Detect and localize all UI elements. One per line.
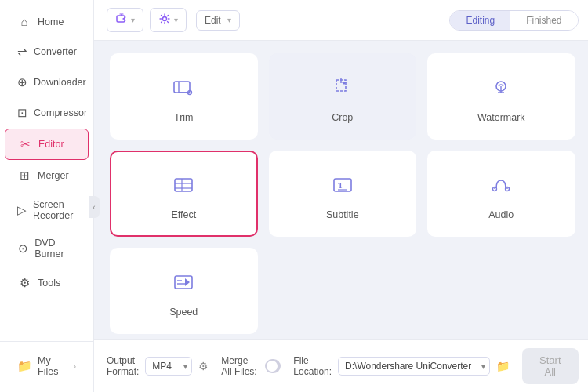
watermark-icon [488,75,514,104]
sidebar-bottom: 📁 My Files › [0,341,93,386]
subtitle-icon: T [330,172,355,201]
svg-rect-2 [174,82,190,93]
merge-toggle[interactable] [265,359,281,373]
file-location-select[interactable]: D:\Wondershare UniConverter [338,357,490,376]
grid-item-speed[interactable]: Speed [110,248,258,334]
audio-icon [488,172,514,201]
edit-chevron: ▾ [227,16,231,24]
output-format-label: Output Format: [107,355,139,377]
dvd-burner-icon: ⊙ [17,241,28,256]
grid-area: Trim Crop [94,41,588,339]
crop-label: Crop [332,112,353,123]
sidebar-item-home[interactable]: ⌂Home [5,7,89,36]
myfiles-chevron: › [74,362,76,371]
sidebar-item-downloader[interactable]: ⊕Downloader [5,67,89,97]
trim-icon [171,75,196,104]
merger-label: Merger [38,170,69,181]
grid-item-effect[interactable]: Effect [110,151,258,237]
tools-icon: ⚙ [17,276,31,290]
effect-label: Effect [171,209,196,220]
dvd-burner-label: DVD Burner [34,238,76,260]
edit-select[interactable]: Edit ▾ [196,10,240,31]
grid-item-audio[interactable]: Audio [427,151,575,237]
add-chevron: ▾ [131,16,135,24]
output-format-select-wrap: MP4 MKV AVI MOV [145,357,192,376]
watermark-label: Watermark [477,112,525,123]
myfiles-icon: 📁 [17,359,31,373]
audio-label: Audio [488,209,514,220]
tab-finished[interactable]: Finished [510,11,577,30]
merger-icon: ⊞ [17,169,31,183]
screen-recorder-label: Screen Recorder [33,199,76,221]
sidebar-item-editor[interactable]: ✂Editor [5,129,89,160]
merge-label: Merge All Files: [221,355,259,377]
file-location-folder-icon[interactable]: 📁 [496,360,510,372]
toolbar-tabs: Editing Finished [449,10,578,31]
output-format-group: Output Format: MP4 MKV AVI MOV ⚙ [107,355,209,377]
home-icon: ⌂ [17,15,31,28]
compressor-icon: ⊡ [17,106,27,120]
home-label: Home [38,16,64,27]
svg-point-1 [163,17,167,21]
merge-group: Merge All Files: [221,355,281,377]
sidebar-item-tools[interactable]: ⚙Tools [5,268,89,298]
add-icon [115,13,128,27]
downloader-icon: ⊕ [17,75,27,89]
output-format-select[interactable]: MP4 MKV AVI MOV [145,357,192,376]
svg-text:T: T [338,181,343,190]
subtitle-label: Subtitle [326,209,359,220]
screen-recorder-icon: ▷ [17,203,27,217]
grid-item-subtitle[interactable]: T Subtitle [269,151,417,237]
sidebar-item-screen-recorder[interactable]: ▷Screen Recorder [5,191,89,229]
speed-icon [171,270,196,299]
settings-button[interactable]: ▾ [150,8,187,32]
feature-grid: Trim Crop [110,53,575,334]
crop-icon [330,75,355,104]
file-location-select-wrap: D:\Wondershare UniConverter [338,357,490,376]
sidebar-collapse-btn[interactable]: ‹ [89,196,100,218]
compressor-label: Compressor [34,107,87,118]
settings-chevron: ▾ [174,16,178,24]
editor-icon: ✂ [18,137,32,151]
trim-label: Trim [174,112,194,123]
output-format-gear-icon[interactable]: ⚙ [198,360,209,372]
svg-rect-12 [175,179,192,191]
add-button[interactable]: ▾ [107,8,143,32]
converter-label: Converter [34,46,77,57]
sidebar-item-compressor[interactable]: ⊡Compressor [5,98,89,128]
grid-item-trim[interactable]: Trim [110,53,258,140]
grid-item-crop[interactable]: Crop [269,53,417,140]
footer: Output Format: MP4 MKV AVI MOV ⚙ Merge A… [94,339,588,392]
edit-label: Edit [205,15,221,26]
sidebar-item-merger[interactable]: ⊞Merger [5,161,89,191]
editor-label: Editor [38,139,64,150]
downloader-label: Downloader [34,77,86,88]
sidebar-myfiles-label: My Files [38,355,67,377]
sidebar: ⌂Home⇌Converter⊕Downloader⊡Compressor✂Ed… [0,0,94,392]
converter-icon: ⇌ [17,45,27,59]
tab-editing[interactable]: Editing [450,11,510,30]
sidebar-item-converter[interactable]: ⇌Converter [5,37,89,67]
sidebar-item-dvd-burner[interactable]: ⊙DVD Burner [5,230,89,267]
tools-label: Tools [38,278,60,289]
settings-icon [158,13,171,27]
file-location-group: File Location: D:\Wondershare UniConvert… [293,355,510,377]
effect-icon [171,172,196,201]
file-location-label: File Location: [293,355,332,377]
speed-label: Speed [169,307,198,318]
grid-item-watermark[interactable]: Watermark [427,53,575,140]
sidebar-item-myfiles[interactable]: 📁 My Files › [5,347,89,385]
toolbar: ▾ ▾ Edit ▾ Editing Finished [94,0,588,41]
start-all-button[interactable]: Start All [522,348,578,384]
main-content: ▾ ▾ Edit ▾ Editing Finished [94,0,588,392]
